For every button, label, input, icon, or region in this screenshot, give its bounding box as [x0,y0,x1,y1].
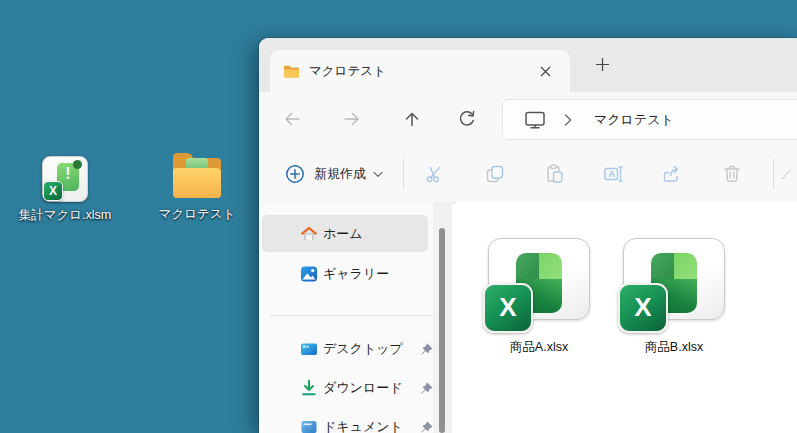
excel-x-badge: X [483,283,533,333]
folder-icon [173,155,221,201]
share-button[interactable] [653,155,691,193]
close-icon [540,66,551,77]
file-list: X 商品A.xlsx X 商品B.xlsx [452,202,797,433]
plus-icon [595,57,610,72]
breadcrumb: マクロテスト [594,111,674,129]
file-explorer-window: マクロテスト [259,38,797,433]
plus-circle-icon [285,164,305,184]
tab-strip: マクロテスト [259,38,797,92]
pin-icon [420,382,433,395]
desktop-icon-label: 集計マクロ.xlsm [5,209,125,223]
sidebar-item-documents[interactable]: ドキュメント [262,410,428,433]
rename-button[interactable]: A [594,155,632,193]
address-bar[interactable]: マクロテスト [502,99,797,140]
tab-macrotest[interactable]: マクロテスト [270,50,570,92]
new-tab-button[interactable] [589,51,616,78]
excel-macro-file-icon: ! X [42,156,88,202]
folder-front [173,168,221,198]
home-icon [300,225,318,243]
gallery-icon [300,265,318,283]
new-item-button[interactable]: 新規作成 [275,155,393,193]
exclamation-glyph: ! [57,166,79,182]
rename-icon: A [603,164,623,184]
toolbar-divider [773,159,774,189]
chevron-down-icon [373,171,383,178]
desktop-icon-label: マクロテスト [137,208,257,222]
sidebar-item-label: ギャラリー [323,265,389,283]
navigation-bar: マクロテスト [259,92,797,146]
desktop: ! X 集計マクロ.xlsm マクロテスト マクロテスト [0,0,797,433]
sort-button-partial[interactable] [781,155,797,193]
documents-icon [300,418,318,433]
sidebar-item-label: ホーム [323,225,363,243]
pin-icon [420,343,433,356]
delete-icon [722,164,742,184]
command-toolbar: 新規作成 [259,146,797,203]
navigation-pane: ホーム ギャラリー [259,202,452,433]
folder-icon [283,64,300,79]
back-button[interactable] [275,102,309,136]
sort-icon-partial [781,162,797,186]
desktop-icon-folder[interactable]: マクロテスト [137,155,257,222]
paste-icon [545,164,565,184]
svg-text:A: A [608,168,615,179]
desktop-icon [300,340,318,358]
arrow-left-icon [282,109,302,129]
arrow-right-icon [342,109,362,129]
delete-button[interactable] [713,155,751,193]
sidebar-item-gallery[interactable]: ギャラリー [262,255,428,292]
pin-icon [420,421,433,433]
paste-button[interactable] [536,155,574,193]
sidebar-item-label: ドキュメント [323,418,403,433]
sidebar-item-home[interactable]: ホーム [262,215,428,252]
copy-button[interactable] [476,155,514,193]
tab-title: マクロテスト [309,63,386,80]
arrow-up-icon [402,109,422,129]
sidebar-item-label: ダウンロード [323,379,403,397]
cut-icon [425,164,445,184]
sidebar-scrollbar-thumb[interactable] [439,228,445,433]
this-pc-icon [524,110,546,129]
tab-close-button[interactable] [534,60,556,82]
toolbar-divider [403,159,404,189]
file-name: 商品A.xlsx [483,339,595,356]
sidebar-item-downloads[interactable]: ダウンロード [262,371,428,405]
refresh-icon [457,109,477,129]
downloads-icon [300,379,318,397]
excel-x-badge: X [43,181,63,201]
up-button[interactable] [395,102,429,136]
cut-button[interactable] [416,155,454,193]
sidebar-divider [270,315,433,316]
file-item-shouhin-a[interactable]: X 商品A.xlsx [483,238,595,356]
window-body: ホーム ギャラリー [259,202,797,433]
file-name: 商品B.xlsx [618,339,730,356]
new-item-label: 新規作成 [314,165,366,183]
forward-button[interactable] [335,102,369,136]
chevron-right-icon [564,114,572,126]
share-icon [662,164,682,184]
refresh-button[interactable] [450,102,484,136]
excel-x-badge: X [618,283,668,333]
copy-icon [485,164,505,184]
sidebar-scrollbar-track[interactable] [433,202,452,433]
sidebar-item-label: デスクトップ [323,340,403,358]
sidebar-item-desktop[interactable]: デスクトップ [262,332,428,366]
file-item-shouhin-b[interactable]: X 商品B.xlsx [618,238,730,356]
desktop-icon-xlsm[interactable]: ! X 集計マクロ.xlsm [5,156,125,223]
